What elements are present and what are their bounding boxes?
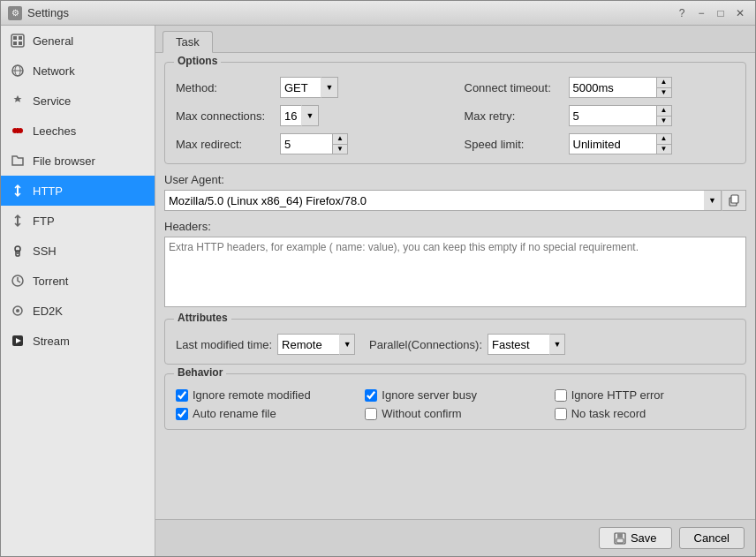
- svg-rect-3: [13, 41, 17, 45]
- sidebar-label-general: General: [33, 34, 73, 48]
- titlebar: ⚙ Settings ? − □ ✕: [1, 1, 755, 26]
- options-form: Method: GET POST PUT HEAD ▼: [176, 77, 735, 154]
- sidebar-item-ed2k[interactable]: ED2K: [1, 296, 155, 326]
- checkbox-auto-rename-file-input[interactable]: [176, 408, 188, 420]
- http-icon: [10, 183, 26, 199]
- sidebar-label-ed2k: ED2K: [33, 305, 63, 318]
- max-retry-spin: 5 ▲ ▼: [569, 105, 672, 126]
- method-dropdown-arrow[interactable]: ▼: [321, 77, 338, 98]
- svg-point-15: [17, 252, 19, 254]
- checkbox-ignore-remote-modified: Ignore remote modified: [176, 388, 356, 402]
- last-modified-select-wrap: Remote Local None ▼: [277, 334, 355, 355]
- connect-timeout-spinbtns: ▲ ▼: [657, 77, 672, 98]
- sidebar-item-service[interactable]: Service: [1, 86, 155, 116]
- max-connections-select-wrap: 1 2 4 8 16 32 ▼: [280, 105, 319, 126]
- attributes-title: Attributes: [174, 312, 231, 324]
- parallel-connections-dropdown-arrow[interactable]: ▼: [549, 334, 565, 355]
- cancel-label: Cancel: [694, 531, 730, 545]
- last-modified-item: Last modified time: Remote Local None ▼: [176, 334, 355, 355]
- speed-limit-input[interactable]: Unlimited: [569, 133, 657, 154]
- headers-textarea[interactable]: [164, 237, 746, 307]
- method-row: Method: GET POST PUT HEAD ▼: [176, 77, 447, 98]
- cancel-button[interactable]: Cancel: [679, 527, 745, 549]
- connect-timeout-input[interactable]: 5000ms: [569, 77, 657, 98]
- last-modified-select[interactable]: Remote Local None: [277, 334, 339, 355]
- max-retry-label: Max retry:: [465, 109, 562, 123]
- connect-timeout-row: Connect timeout: 5000ms ▲ ▼: [465, 77, 736, 98]
- user-agent-dropdown-arrow[interactable]: ▼: [704, 190, 722, 211]
- max-retry-down[interactable]: ▼: [657, 117, 671, 126]
- max-retry-up[interactable]: ▲: [657, 106, 671, 117]
- sidebar-item-leeches[interactable]: Leeches: [1, 116, 155, 146]
- close-button[interactable]: ✕: [732, 5, 748, 21]
- sidebar-item-stream[interactable]: Stream: [1, 326, 155, 356]
- max-redirect-spin: 5 ▲ ▼: [280, 133, 348, 154]
- sidebar-item-file-browser[interactable]: File browser: [1, 146, 155, 176]
- tab-bar: Task: [155, 26, 755, 53]
- sidebar-item-general[interactable]: General: [1, 26, 155, 56]
- user-agent-input[interactable]: Mozilla/5.0 (Linux x86_64) Firefox/78.0: [164, 190, 704, 211]
- speed-limit-down[interactable]: ▼: [657, 145, 671, 154]
- behavior-group: Behavior Ignore remote modified Ignore s…: [164, 373, 746, 430]
- ed2k-icon: [10, 303, 26, 319]
- last-modified-dropdown-arrow[interactable]: ▼: [339, 334, 355, 355]
- checkbox-without-confirm-input[interactable]: [365, 408, 377, 420]
- checkbox-ignore-http-error: Ignore HTTP error: [555, 388, 735, 402]
- connect-timeout-down[interactable]: ▼: [657, 88, 671, 98]
- user-agent-copy-button[interactable]: [722, 190, 746, 211]
- options-group: Options Method: GET POST PUT HEAD: [164, 62, 746, 164]
- sidebar-item-http[interactable]: HTTP: [1, 176, 155, 206]
- leeches-icon: [10, 123, 26, 139]
- checkbox-ignore-http-error-input[interactable]: [555, 389, 567, 402]
- checkbox-no-task-record-input[interactable]: [555, 408, 567, 420]
- checkbox-ignore-server-busy: Ignore server busy: [365, 388, 545, 402]
- sidebar-label-stream: Stream: [33, 335, 70, 348]
- network-icon: [10, 63, 26, 79]
- checkbox-ignore-remote-modified-label: Ignore remote modified: [193, 388, 311, 402]
- ftp-icon: [10, 213, 26, 229]
- speed-limit-up[interactable]: ▲: [657, 134, 671, 145]
- general-icon: [10, 33, 26, 49]
- file-browser-icon: [10, 153, 26, 169]
- sidebar-label-leeches: Leeches: [33, 124, 76, 138]
- max-redirect-row: Max redirect: 5 ▲ ▼: [176, 133, 447, 154]
- svg-rect-2: [19, 36, 22, 40]
- last-modified-label: Last modified time:: [176, 338, 272, 351]
- max-redirect-up[interactable]: ▲: [333, 134, 347, 145]
- checkbox-no-task-record-label: No task record: [571, 407, 646, 420]
- save-button[interactable]: Save: [599, 527, 672, 549]
- checkbox-ignore-remote-modified-input[interactable]: [176, 389, 188, 402]
- svg-rect-21: [731, 195, 738, 203]
- max-redirect-down[interactable]: ▼: [333, 145, 347, 154]
- speed-limit-spin: Unlimited ▲ ▼: [569, 133, 672, 154]
- max-connections-dropdown-arrow[interactable]: ▼: [301, 105, 319, 126]
- sidebar-label-ftp: FTP: [33, 215, 55, 228]
- sidebar-item-network[interactable]: Network: [1, 56, 155, 86]
- checkbox-ignore-server-busy-label: Ignore server busy: [382, 388, 477, 402]
- maximize-button[interactable]: □: [713, 5, 729, 21]
- checkbox-ignore-server-busy-input[interactable]: [365, 389, 377, 402]
- max-redirect-input[interactable]: 5: [280, 133, 333, 154]
- settings-window: ⚙ Settings ? − □ ✕ General Network: [0, 0, 756, 557]
- sidebar-item-ssh[interactable]: SSH: [1, 236, 155, 266]
- sidebar-item-ftp[interactable]: FTP: [1, 206, 155, 236]
- options-title: Options: [174, 55, 221, 67]
- help-button[interactable]: ?: [674, 5, 690, 21]
- tab-task[interactable]: Task: [163, 31, 213, 53]
- connect-timeout-label: Connect timeout:: [465, 81, 562, 94]
- checkbox-ignore-http-error-label: Ignore HTTP error: [571, 388, 664, 402]
- sidebar-item-torrent[interactable]: Torrent: [1, 266, 155, 296]
- sidebar-label-service: Service: [33, 94, 71, 108]
- svg-rect-4: [19, 41, 22, 45]
- connect-timeout-up[interactable]: ▲: [657, 78, 671, 88]
- checkbox-no-task-record: No task record: [555, 407, 735, 420]
- method-select[interactable]: GET POST PUT HEAD: [280, 77, 321, 98]
- max-connections-select[interactable]: 1 2 4 8 16 32: [280, 105, 301, 126]
- max-retry-input[interactable]: 5: [569, 105, 657, 126]
- footer: Save Cancel: [155, 519, 755, 556]
- minimize-button[interactable]: −: [693, 5, 709, 21]
- behavior-checkboxes: Ignore remote modified Ignore server bus…: [176, 388, 735, 420]
- window-title: Settings: [27, 6, 69, 19]
- titlebar-controls: ? − □ ✕: [674, 5, 748, 21]
- parallel-connections-select[interactable]: Fastest 1 2 4 8: [488, 334, 549, 355]
